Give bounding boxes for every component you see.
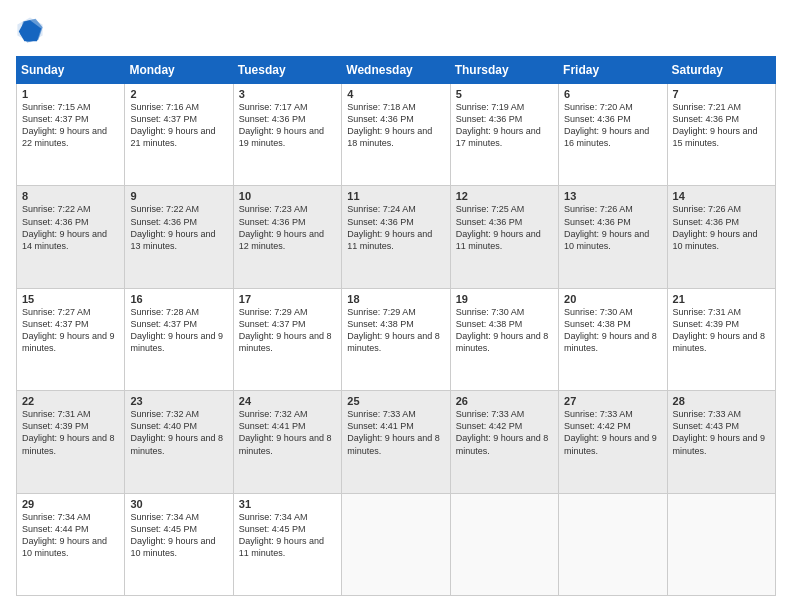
day-info: Sunrise: 7:33 AM Sunset: 4:42 PM Dayligh… [564,408,661,457]
day-number: 22 [22,395,119,407]
day-info: Sunrise: 7:31 AM Sunset: 4:39 PM Dayligh… [22,408,119,457]
calendar-cell: 30Sunrise: 7:34 AM Sunset: 4:45 PM Dayli… [125,493,233,595]
calendar-cell: 18Sunrise: 7:29 AM Sunset: 4:38 PM Dayli… [342,288,450,390]
day-info: Sunrise: 7:29 AM Sunset: 4:38 PM Dayligh… [347,306,444,355]
day-info: Sunrise: 7:31 AM Sunset: 4:39 PM Dayligh… [673,306,770,355]
calendar-cell: 25Sunrise: 7:33 AM Sunset: 4:41 PM Dayli… [342,391,450,493]
calendar-cell: 24Sunrise: 7:32 AM Sunset: 4:41 PM Dayli… [233,391,341,493]
day-number: 16 [130,293,227,305]
calendar-cell: 21Sunrise: 7:31 AM Sunset: 4:39 PM Dayli… [667,288,775,390]
calendar-cell: 4Sunrise: 7:18 AM Sunset: 4:36 PM Daylig… [342,84,450,186]
day-info: Sunrise: 7:29 AM Sunset: 4:37 PM Dayligh… [239,306,336,355]
day-number: 31 [239,498,336,510]
day-number: 6 [564,88,661,100]
day-number: 15 [22,293,119,305]
calendar-cell: 29Sunrise: 7:34 AM Sunset: 4:44 PM Dayli… [17,493,125,595]
day-info: Sunrise: 7:22 AM Sunset: 4:36 PM Dayligh… [22,203,119,252]
day-header-sunday: Sunday [17,57,125,84]
calendar-cell: 8Sunrise: 7:22 AM Sunset: 4:36 PM Daylig… [17,186,125,288]
day-info: Sunrise: 7:26 AM Sunset: 4:36 PM Dayligh… [564,203,661,252]
calendar-cell: 12Sunrise: 7:25 AM Sunset: 4:36 PM Dayli… [450,186,558,288]
day-number: 8 [22,190,119,202]
day-info: Sunrise: 7:27 AM Sunset: 4:37 PM Dayligh… [22,306,119,355]
day-info: Sunrise: 7:28 AM Sunset: 4:37 PM Dayligh… [130,306,227,355]
day-header-thursday: Thursday [450,57,558,84]
logo-icon [16,16,44,44]
day-info: Sunrise: 7:17 AM Sunset: 4:36 PM Dayligh… [239,101,336,150]
calendar-cell: 27Sunrise: 7:33 AM Sunset: 4:42 PM Dayli… [559,391,667,493]
day-number: 29 [22,498,119,510]
calendar-cell: 11Sunrise: 7:24 AM Sunset: 4:36 PM Dayli… [342,186,450,288]
day-info: Sunrise: 7:34 AM Sunset: 4:45 PM Dayligh… [239,511,336,560]
day-info: Sunrise: 7:23 AM Sunset: 4:36 PM Dayligh… [239,203,336,252]
calendar-cell: 22Sunrise: 7:31 AM Sunset: 4:39 PM Dayli… [17,391,125,493]
day-number: 27 [564,395,661,407]
day-info: Sunrise: 7:30 AM Sunset: 4:38 PM Dayligh… [564,306,661,355]
day-info: Sunrise: 7:33 AM Sunset: 4:41 PM Dayligh… [347,408,444,457]
day-info: Sunrise: 7:24 AM Sunset: 4:36 PM Dayligh… [347,203,444,252]
calendar-cell: 17Sunrise: 7:29 AM Sunset: 4:37 PM Dayli… [233,288,341,390]
calendar-cell: 3Sunrise: 7:17 AM Sunset: 4:36 PM Daylig… [233,84,341,186]
day-number: 18 [347,293,444,305]
day-number: 17 [239,293,336,305]
day-info: Sunrise: 7:16 AM Sunset: 4:37 PM Dayligh… [130,101,227,150]
logo [16,16,48,44]
day-info: Sunrise: 7:22 AM Sunset: 4:36 PM Dayligh… [130,203,227,252]
day-number: 20 [564,293,661,305]
calendar-body: 1Sunrise: 7:15 AM Sunset: 4:37 PM Daylig… [17,84,776,596]
calendar-cell: 15Sunrise: 7:27 AM Sunset: 4:37 PM Dayli… [17,288,125,390]
calendar-cell: 26Sunrise: 7:33 AM Sunset: 4:42 PM Dayli… [450,391,558,493]
day-header-wednesday: Wednesday [342,57,450,84]
day-info: Sunrise: 7:33 AM Sunset: 4:43 PM Dayligh… [673,408,770,457]
day-info: Sunrise: 7:33 AM Sunset: 4:42 PM Dayligh… [456,408,553,457]
day-header-friday: Friday [559,57,667,84]
calendar-cell: 13Sunrise: 7:26 AM Sunset: 4:36 PM Dayli… [559,186,667,288]
day-number: 10 [239,190,336,202]
day-number: 3 [239,88,336,100]
day-number: 23 [130,395,227,407]
calendar-cell: 10Sunrise: 7:23 AM Sunset: 4:36 PM Dayli… [233,186,341,288]
day-header-saturday: Saturday [667,57,775,84]
calendar-cell: 6Sunrise: 7:20 AM Sunset: 4:36 PM Daylig… [559,84,667,186]
calendar-week-2: 8Sunrise: 7:22 AM Sunset: 4:36 PM Daylig… [17,186,776,288]
calendar-cell: 20Sunrise: 7:30 AM Sunset: 4:38 PM Dayli… [559,288,667,390]
day-info: Sunrise: 7:15 AM Sunset: 4:37 PM Dayligh… [22,101,119,150]
calendar-cell [450,493,558,595]
calendar-cell: 14Sunrise: 7:26 AM Sunset: 4:36 PM Dayli… [667,186,775,288]
day-number: 25 [347,395,444,407]
day-info: Sunrise: 7:18 AM Sunset: 4:36 PM Dayligh… [347,101,444,150]
header [16,16,776,44]
calendar-cell: 19Sunrise: 7:30 AM Sunset: 4:38 PM Dayli… [450,288,558,390]
day-info: Sunrise: 7:21 AM Sunset: 4:36 PM Dayligh… [673,101,770,150]
day-number: 13 [564,190,661,202]
day-number: 28 [673,395,770,407]
day-info: Sunrise: 7:19 AM Sunset: 4:36 PM Dayligh… [456,101,553,150]
day-info: Sunrise: 7:25 AM Sunset: 4:36 PM Dayligh… [456,203,553,252]
calendar-cell: 16Sunrise: 7:28 AM Sunset: 4:37 PM Dayli… [125,288,233,390]
day-number: 4 [347,88,444,100]
day-info: Sunrise: 7:26 AM Sunset: 4:36 PM Dayligh… [673,203,770,252]
calendar-week-5: 29Sunrise: 7:34 AM Sunset: 4:44 PM Dayli… [17,493,776,595]
calendar-cell: 31Sunrise: 7:34 AM Sunset: 4:45 PM Dayli… [233,493,341,595]
day-number: 19 [456,293,553,305]
calendar-cell: 7Sunrise: 7:21 AM Sunset: 4:36 PM Daylig… [667,84,775,186]
day-number: 2 [130,88,227,100]
page: SundayMondayTuesdayWednesdayThursdayFrid… [0,0,792,612]
calendar-cell: 28Sunrise: 7:33 AM Sunset: 4:43 PM Dayli… [667,391,775,493]
calendar-week-4: 22Sunrise: 7:31 AM Sunset: 4:39 PM Dayli… [17,391,776,493]
day-info: Sunrise: 7:32 AM Sunset: 4:41 PM Dayligh… [239,408,336,457]
day-header-monday: Monday [125,57,233,84]
calendar-cell: 9Sunrise: 7:22 AM Sunset: 4:36 PM Daylig… [125,186,233,288]
day-number: 12 [456,190,553,202]
day-number: 26 [456,395,553,407]
calendar-cell: 2Sunrise: 7:16 AM Sunset: 4:37 PM Daylig… [125,84,233,186]
day-info: Sunrise: 7:32 AM Sunset: 4:40 PM Dayligh… [130,408,227,457]
calendar-week-3: 15Sunrise: 7:27 AM Sunset: 4:37 PM Dayli… [17,288,776,390]
day-header-tuesday: Tuesday [233,57,341,84]
day-number: 14 [673,190,770,202]
day-number: 24 [239,395,336,407]
calendar-header-row: SundayMondayTuesdayWednesdayThursdayFrid… [17,57,776,84]
day-number: 9 [130,190,227,202]
calendar: SundayMondayTuesdayWednesdayThursdayFrid… [16,56,776,596]
day-info: Sunrise: 7:30 AM Sunset: 4:38 PM Dayligh… [456,306,553,355]
